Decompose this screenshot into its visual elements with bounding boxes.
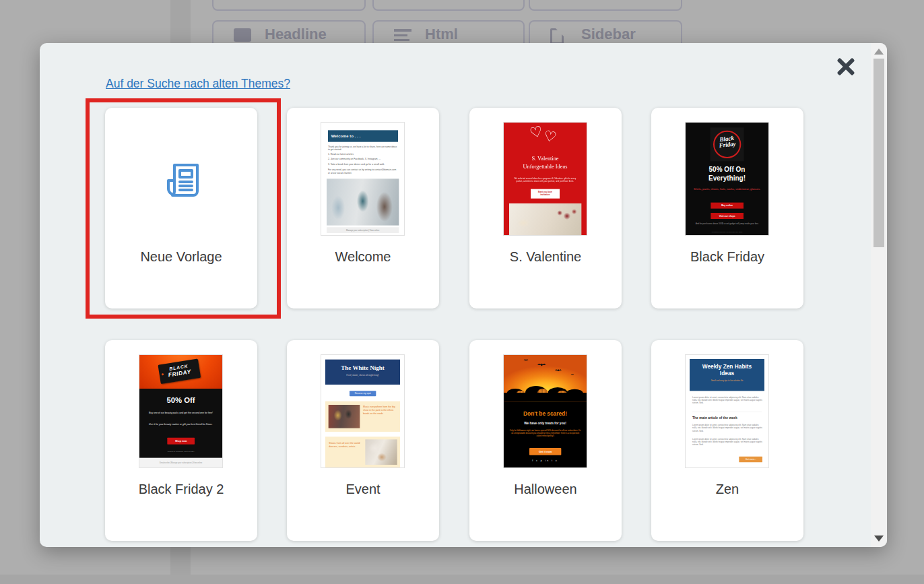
bat-icon (537, 363, 546, 366)
old-themes-link[interactable]: Auf der Suche nach alten Themes? (106, 77, 290, 91)
template-label: Neue Vorlage (105, 249, 257, 265)
thumb-button: Get more... (739, 457, 762, 463)
thumb-headline: 50% Off On (686, 166, 768, 173)
thumb-text: We selected several ideas for a gorgeous… (511, 177, 579, 183)
thumb-footer: Unsubscribe | Manage your subscription |… (139, 458, 222, 467)
thumb-section: Music everywhere from the big show in th… (325, 401, 400, 432)
thumb-text: Buy one of our beauty packs and get the … (149, 411, 214, 414)
newspaper-icon (158, 156, 205, 203)
background-card (372, 0, 525, 11)
thumb-text: (subject to availability, don't get late… (139, 450, 222, 452)
scrollbar-thumb[interactable] (873, 59, 884, 247)
template-thumbnail: Black Friday 50% Off On Everything! Shir… (686, 123, 768, 235)
thumb-text: And for purchases above 100$ a cool gadg… (692, 222, 762, 225)
screen: Headline Html Sidebar Auf der Suche nach… (0, 0, 924, 584)
thumb-text: Use it for your beauty routine or gift y… (149, 423, 214, 426)
background-card (212, 0, 366, 11)
thumb-text: Lorem ipsum dolor sit amet, consectetur … (692, 396, 762, 405)
black-friday-logo: Black Friday (711, 127, 744, 161)
template-card-black-friday-2[interactable]: BLACK FRIDAY 50% Off Buy one of our beau… (105, 340, 257, 541)
thumb-text: Shows from all over the world: dancers, … (329, 442, 363, 448)
thumb-headline: 50% Off (139, 396, 222, 405)
template-card-halloween[interactable]: Don't be scared! We have only treats for… (469, 340, 622, 541)
template-label: Halloween (469, 482, 622, 497)
thumb-button: Start you love invitation (531, 189, 560, 198)
html-lines-icon (394, 28, 411, 42)
template-card-welcome[interactable]: Welcome to . . . Thank you for joining u… (287, 108, 439, 309)
thumb-text: 3. Take a break from your device and go … (328, 162, 397, 165)
thumb-text: Only for Halloween night, we have a spec… (510, 430, 581, 437)
silhouette-ground (504, 393, 587, 401)
thumb-button: Reserve my spot (350, 391, 376, 396)
thumb-button: Visit our shops (711, 213, 744, 219)
valentine-photo (509, 203, 581, 235)
headline-block-icon (234, 28, 251, 42)
template-thumbnail: Welcome to . . . Thank you for joining u… (321, 123, 404, 235)
template-thumbnail: ♡ ♡ S. Valentine Unforgettable Ideas We … (504, 123, 587, 235)
price-tag: BLACK FRIDAY (158, 358, 201, 384)
thumb-title: S. Valentine (504, 156, 587, 162)
dancers-photo (365, 439, 397, 465)
thumb-text: 2. Join our community on Facebook, X, In… (328, 158, 397, 160)
thumb-header: Welcome to . . . (328, 130, 398, 141)
thumb-button: Shop now (167, 438, 195, 445)
thumb-header: The White Night Food, music, shows all n… (325, 360, 400, 385)
thumb-subtitle: Small and easy tips to live a better lif… (690, 379, 764, 381)
social-icons: f x p in t o (504, 459, 587, 462)
heart-icon: ♡ (542, 128, 558, 145)
background-card-label: Sidebar (581, 26, 636, 43)
thumb-button: Get it now (529, 448, 561, 455)
heart-icon: ♡ (528, 123, 544, 140)
scroll-up-arrow-icon[interactable] (874, 48, 884, 55)
background-bottom-bar (0, 575, 924, 584)
scroll-down-arrow-icon[interactable] (874, 536, 884, 542)
thumb-subtitle: Food, music, shows all night long! (325, 374, 400, 377)
template-label: Black Friday 2 (105, 482, 257, 497)
musicians-photo (329, 405, 360, 428)
thumb-headline: Everything! (686, 174, 768, 182)
thumb-title: Unforgettable Ideas (504, 164, 587, 170)
background-card (529, 0, 682, 11)
template-card-event[interactable]: The White Night Food, music, shows all n… (287, 340, 439, 541)
template-thumbnail: Don't be scared! We have only treats for… (504, 355, 587, 467)
template-card-neue-vorlage[interactable]: Neue Vorlage (105, 108, 257, 309)
page-icon (550, 28, 564, 44)
scrollbar-track[interactable] (871, 43, 887, 547)
thumb-text: Lorem ipsum dolor sit amet, consectetur … (692, 424, 762, 432)
template-chooser-modal: Auf der Suche nach alten Themes? Neue Vo… (40, 43, 887, 547)
template-card-s-valentine[interactable]: ♡ ♡ S. Valentine Unforgettable Ideas We … (469, 108, 622, 309)
template-label: S. Valentine (469, 249, 622, 265)
template-label: Zen (651, 482, 803, 497)
thumb-subheadline: We have only treats for you! (504, 422, 587, 425)
thumb-text: Music everywhere from the big show in th… (363, 405, 397, 415)
thumb-title: Weekly Zen Habits (690, 364, 764, 370)
thumb-text: For any need, you can contact us by writ… (328, 168, 397, 174)
bat-icon (555, 369, 562, 372)
close-button[interactable] (833, 54, 859, 79)
thumb-header: Weekly Zen Habits Ideas Small and easy t… (690, 359, 764, 391)
template-card-zen[interactable]: Weekly Zen Habits Ideas Small and easy t… (651, 340, 803, 541)
thumb-section: Shows from all over the world: dancers, … (325, 436, 400, 467)
background-card-label: Headline (265, 26, 327, 43)
thumb-button: Buy online (711, 203, 744, 209)
template-thumbnail: Weekly Zen Habits Ideas Small and easy t… (686, 355, 768, 467)
template-card-black-friday[interactable]: Black Friday 50% Off On Everything! Shir… (651, 108, 803, 309)
halloween-sky (504, 355, 587, 401)
bat-icon (523, 359, 528, 361)
thumb-footer: Promotion valid only on November 26, 202… (686, 231, 768, 232)
thumb-headline: Don't be scared! (504, 410, 587, 417)
background-card-label: Html (425, 26, 458, 43)
thumb-button-label: invitation (531, 193, 560, 196)
template-thumbnail: The White Night Food, music, shows all n… (321, 355, 404, 467)
yoga-photo (327, 179, 399, 225)
thumb-title: The White Night (325, 364, 400, 371)
template-label: Welcome (287, 249, 439, 265)
template-thumbnail: BLACK FRIDAY 50% Off Buy one of our beau… (139, 355, 222, 467)
template-label: Black Friday (651, 249, 803, 265)
thumb-text: Lorem ipsum dolor sit amet, consectetur … (692, 438, 762, 447)
thumb-heading: The main article of the week (692, 416, 762, 420)
bat-icon (570, 374, 574, 376)
thumb-title: Ideas (690, 370, 764, 377)
template-label: Event (287, 482, 439, 497)
thumb-text: 1. Read our latest articles (328, 153, 397, 156)
